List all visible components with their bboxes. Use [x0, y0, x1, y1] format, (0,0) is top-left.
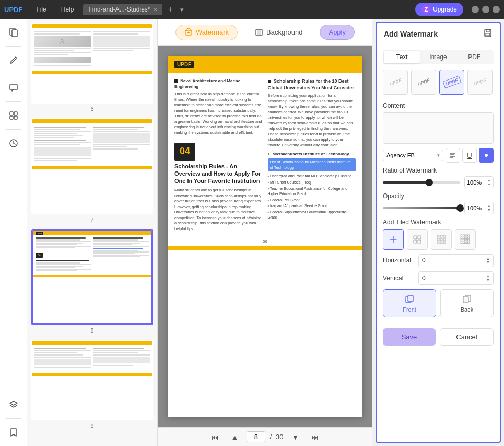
sidebar-icon-pages[interactable] — [4, 23, 23, 42]
content-textarea[interactable] — [383, 112, 494, 144]
new-tab-button[interactable]: + — [165, 4, 175, 15]
upgrade-button[interactable]: Z Upgrade — [415, 3, 463, 16]
left-sidebar — [0, 19, 27, 446]
horizontal-arrows[interactable]: ▲ ▼ — [486, 257, 490, 265]
wm-style-3[interactable]: UPDF — [439, 70, 464, 95]
app-logo: UPDF — [4, 6, 22, 14]
page-8-label: 8 — [31, 327, 153, 334]
font-family-select[interactable]: Agency FB ▾ — [383, 150, 443, 161]
thumbnail-page-7[interactable]: 7 — [31, 118, 153, 223]
front-back-row: Front Back — [383, 289, 494, 317]
tiled-3x3[interactable] — [431, 229, 452, 250]
front-label: Front — [403, 306, 416, 313]
vertical-input[interactable]: 0 ▲ ▼ — [418, 271, 494, 284]
maximize-button[interactable]: □ — [482, 6, 489, 13]
background-button[interactable]: Background — [246, 25, 311, 40]
underline-button[interactable]: U — [462, 148, 477, 163]
ratio-arrows[interactable]: ▲ ▼ — [487, 178, 491, 186]
sidebar-icon-comment[interactable] — [4, 78, 23, 97]
sidebar-icon-layers[interactable] — [4, 395, 23, 414]
svg-rect-35 — [465, 235, 467, 236]
panel-save-icon[interactable] — [483, 28, 493, 40]
bullet-item: Iraq and Afghanistan Service Grant — [268, 203, 356, 209]
ratio-slider-fill — [383, 181, 429, 184]
horizontal-down-arrow[interactable]: ▼ — [486, 260, 490, 265]
first-page-button[interactable]: ⏮ — [207, 431, 223, 443]
menu-file[interactable]: File — [31, 4, 51, 15]
wm-style-1[interactable]: UPDF — [383, 70, 408, 95]
underline-icon: U — [467, 152, 472, 159]
color-button[interactable] — [479, 148, 494, 163]
ratio-up-arrow[interactable]: ▲ — [487, 178, 491, 182]
sidebar-icon-organize[interactable] — [4, 106, 23, 125]
save-button[interactable]: Save — [383, 328, 436, 346]
opacity-value-text: 100% — [467, 205, 482, 211]
front-icon — [404, 294, 415, 304]
single-icon — [388, 234, 398, 245]
opacity-section: Opacity 100% ▲ ▼ — [383, 192, 494, 214]
back-button[interactable]: Back — [440, 289, 494, 317]
vertical-down-arrow[interactable]: ▼ — [486, 278, 490, 282]
total-pages: 30 — [276, 433, 283, 441]
ratio-down-arrow[interactable]: ▼ — [487, 182, 491, 187]
tab-close-icon[interactable]: ✕ — [153, 7, 157, 13]
horizontal-up-arrow[interactable]: ▲ — [486, 257, 490, 261]
last-page-button[interactable]: ⏭ — [307, 431, 323, 443]
tiled-4x4[interactable] — [455, 229, 476, 250]
tab-text[interactable]: Text — [384, 51, 420, 63]
next-page-button[interactable]: ▼ — [288, 431, 303, 443]
opacity-slider-track[interactable] — [383, 207, 460, 209]
ratio-value-display: 100% ▲ ▼ — [464, 176, 494, 188]
opacity-down-arrow[interactable]: ▼ — [487, 208, 491, 212]
svg-rect-40 — [468, 237, 470, 238]
panel-footer: Save Cancel — [377, 324, 500, 352]
page-7-label: 7 — [31, 216, 153, 223]
thumbnail-page-8[interactable]: UPDF 04 — [31, 229, 153, 334]
svg-rect-24 — [437, 235, 439, 237]
ratio-slider-track[interactable] — [383, 181, 460, 184]
opacity-slider-thumb[interactable] — [456, 204, 464, 212]
tab-dropdown-icon[interactable]: ▾ — [180, 6, 184, 14]
page-footer-number: 06 — [168, 239, 362, 244]
close-button[interactable]: ✕ — [493, 6, 500, 13]
horizontal-input[interactable]: 0 ▲ ▼ — [418, 254, 494, 267]
sidebar-icon-tools[interactable] — [4, 134, 23, 153]
current-page-input[interactable]: 8 — [247, 431, 265, 442]
opacity-up-arrow[interactable]: ▲ — [487, 204, 491, 208]
align-left-button[interactable] — [446, 148, 460, 163]
thumbnail-page-6[interactable]: 6 — [31, 23, 153, 112]
main-area: 6 — [0, 19, 504, 446]
tiled-single[interactable] — [383, 229, 404, 250]
minimize-button[interactable]: — — [472, 6, 479, 13]
opacity-arrows[interactable]: ▲ ▼ — [487, 204, 491, 212]
svg-rect-13 — [486, 33, 490, 36]
ratio-slider-thumb[interactable] — [426, 179, 433, 186]
sidebar-icon-bookmark[interactable] — [4, 423, 23, 442]
vertical-up-arrow[interactable]: ▲ — [486, 274, 490, 278]
horizontal-value: 0 — [422, 257, 426, 264]
watermark-button[interactable]: Watermark — [175, 25, 238, 40]
sidebar-icon-edit[interactable] — [4, 51, 23, 70]
front-button[interactable]: Front — [383, 289, 436, 317]
thumbnail-page-9[interactable]: 9 — [31, 340, 153, 429]
bullet-item: Teacher Educational Assistance for Colle… — [268, 186, 356, 197]
vertical-row: Vertical 0 ▲ ▼ — [383, 271, 494, 284]
wm-style-4[interactable]: UPDF — [467, 70, 493, 95]
svg-rect-34 — [463, 235, 465, 236]
tiled-2x2[interactable] — [407, 229, 428, 250]
wm-style-2[interactable]: UPDF — [411, 70, 436, 95]
apply-button[interactable]: Apply — [320, 25, 355, 40]
col1-body: This is a great field in high demand in … — [174, 92, 263, 135]
active-tab[interactable]: Find-and-A...-Studies* ✕ — [83, 4, 162, 15]
menu-help[interactable]: Help — [56, 4, 79, 15]
doc-content[interactable]: UPDF Naval Architecture and Marine Engin… — [158, 46, 372, 427]
prev-page-button[interactable]: ▲ — [227, 431, 243, 443]
tab-image[interactable]: Image — [420, 51, 456, 63]
col2-intro: Before submitting your application for a… — [268, 93, 356, 148]
vertical-arrows[interactable]: ▲ ▼ — [486, 274, 490, 282]
tab-pdf[interactable]: PDF — [456, 51, 493, 63]
cancel-button[interactable]: Cancel — [440, 328, 494, 346]
tab-label: Find-and-A...-Studies* — [88, 6, 150, 13]
svg-rect-41 — [461, 239, 462, 241]
font-row: Agency FB ▾ U — [383, 148, 494, 163]
